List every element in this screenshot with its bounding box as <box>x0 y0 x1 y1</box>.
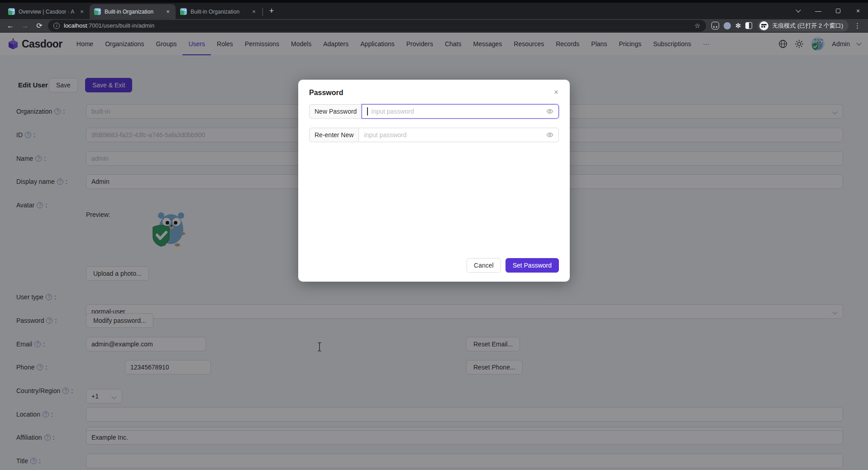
casdoor-cube-icon <box>7 38 19 50</box>
new-password-input[interactable] <box>372 108 543 115</box>
casdoor-logo[interactable]: Casdoor <box>7 38 62 50</box>
theme-sun-icon[interactable] <box>795 39 804 48</box>
affiliation-input[interactable] <box>86 430 843 445</box>
phone-label: Phone?: <box>16 360 47 374</box>
email-input[interactable] <box>86 337 206 351</box>
back-icon[interactable]: ← <box>5 20 16 32</box>
incognito-label: 无痕模式 (已打开 2 个窗口) <box>772 22 843 30</box>
menu-item-plans[interactable]: Plans <box>585 33 613 55</box>
modal-footer: Cancel Set Password <box>467 258 559 273</box>
tab-title: Built-in Organization <box>105 9 160 15</box>
menu-item-adapters[interactable]: Adapters <box>317 33 354 55</box>
organization-label: Organization?: <box>16 104 65 119</box>
phone-input[interactable] <box>125 360 211 374</box>
help-icon: ? <box>57 178 63 185</box>
name-label: Name?: <box>16 151 46 166</box>
tab-overview[interactable]: Overview | Casdoor · An Open × <box>4 4 90 19</box>
close-window-button[interactable]: × <box>848 4 868 18</box>
menu-item-resources[interactable]: Resources <box>508 33 550 55</box>
tab-divider <box>262 8 263 16</box>
casdoor-favicon-icon <box>180 8 187 15</box>
tab-title: Built-in Organization <box>191 9 246 15</box>
tab-close-icon[interactable]: × <box>250 8 258 16</box>
chevron-down-icon[interactable] <box>856 40 861 45</box>
incognito-profile-chip[interactable]: 无痕模式 (已打开 2 个窗口) <box>758 20 849 32</box>
admin-menu-label[interactable]: Admin <box>832 40 850 48</box>
app-navbar: Casdoor Home Organizations Groups Users … <box>0 33 868 55</box>
tab-title: Overview | Casdoor · An Open <box>19 9 74 15</box>
address-bar[interactable]: i localhost:7001/users/built-in/admin ☆ <box>48 20 706 32</box>
tab-close-icon[interactable]: × <box>78 8 86 16</box>
reload-icon[interactable]: ⟳ <box>33 20 45 32</box>
save-exit-button[interactable]: Save & Exit <box>85 78 132 92</box>
user-avatar[interactable] <box>811 37 825 51</box>
forward-icon[interactable]: → <box>19 20 31 32</box>
brand-name: Casdoor <box>22 38 62 50</box>
sidebar-icon[interactable] <box>745 22 752 29</box>
menu-item-roles[interactable]: Roles <box>211 33 239 55</box>
text-cursor <box>317 342 322 352</box>
tab-built-in-org-1[interactable]: Built-in Organization × <box>90 4 176 19</box>
tab-close-icon[interactable]: × <box>164 8 172 16</box>
country-select[interactable]: Please select country/region <box>86 427 843 441</box>
menu-item-messages[interactable]: Messages <box>467 33 508 55</box>
menu-item-permissions[interactable]: Permissions <box>239 33 285 55</box>
tab-search-icon[interactable] <box>788 4 808 18</box>
menu-item-organizations[interactable]: Organizations <box>99 33 150 55</box>
upload-photo-button[interactable]: Upload a photo... <box>86 266 149 281</box>
help-icon: ? <box>35 155 42 162</box>
location-input[interactable] <box>86 407 843 422</box>
menu-item-records[interactable]: Records <box>550 33 585 55</box>
set-password-button[interactable]: Set Password <box>506 258 559 273</box>
reset-email-button[interactable]: Reset Email... <box>466 337 520 351</box>
language-globe-icon[interactable] <box>778 39 787 48</box>
menu-item-pricings[interactable]: Pricings <box>613 33 647 55</box>
navbar-right: Admin <box>778 37 861 51</box>
menu-overflow-icon[interactable]: ··· <box>697 33 715 55</box>
new-tab-button[interactable]: + <box>266 5 277 17</box>
eye-icon[interactable] <box>546 108 553 115</box>
menu-item-groups[interactable]: Groups <box>150 33 183 55</box>
menu-item-users[interactable]: Users <box>182 33 211 55</box>
reenter-password-input[interactable] <box>364 131 543 139</box>
help-icon: ? <box>62 388 69 394</box>
display-name-label: Display name?: <box>16 174 67 189</box>
extension-icons: ✻ <box>709 22 755 30</box>
menu-item-home[interactable]: Home <box>71 33 99 55</box>
site-info-icon[interactable]: i <box>53 23 60 29</box>
page-title: Edit User <box>18 78 48 92</box>
menu-item-subscriptions[interactable]: Subscriptions <box>647 33 697 55</box>
new-password-row: New Password <box>309 104 559 119</box>
help-icon: ? <box>37 202 43 208</box>
minimize-button[interactable]: — <box>808 4 828 18</box>
avatar-label: Avatar?: <box>16 198 47 212</box>
menu-item-applications[interactable]: Applications <box>354 33 401 55</box>
menu-item-chats[interactable]: Chats <box>439 33 467 55</box>
eye-icon[interactable] <box>546 131 553 139</box>
modify-password-button[interactable]: Modify password... <box>86 313 153 328</box>
user-type-select[interactable]: normal-user <box>86 304 843 319</box>
reenter-password-field[interactable] <box>358 128 559 142</box>
new-password-field[interactable] <box>362 104 559 119</box>
extensions-puzzle-icon[interactable]: ✻ <box>735 22 741 30</box>
gopher-avatar-icon <box>149 208 188 247</box>
save-button[interactable]: Save <box>49 78 78 92</box>
help-icon: ? <box>30 458 37 464</box>
extension-icon[interactable] <box>724 22 731 29</box>
extension-icon[interactable] <box>711 22 719 29</box>
phone-country-select[interactable]: +1 <box>86 389 122 403</box>
modal-close-icon[interactable]: × <box>551 87 562 98</box>
browser-toolbar: ← → ⟳ i localhost:7001/users/built-in/ad… <box>0 19 868 33</box>
password-modal: Password × New Password Re-enter New Can… <box>298 80 570 282</box>
avatar-image <box>149 208 188 247</box>
reenter-password-row: Re-enter New <box>309 128 559 142</box>
reset-phone-button[interactable]: Reset Phone... <box>466 360 523 374</box>
cancel-button[interactable]: Cancel <box>467 258 501 273</box>
menu-item-providers[interactable]: Providers <box>401 33 439 55</box>
restore-button[interactable] <box>828 4 848 18</box>
title-input[interactable] <box>86 454 843 468</box>
menu-item-models[interactable]: Models <box>285 33 317 55</box>
browser-menu-icon[interactable]: ⋮ <box>851 22 863 30</box>
bookmark-star-icon[interactable]: ☆ <box>694 22 700 30</box>
tab-built-in-org-2[interactable]: Built-in Organization × <box>176 4 262 19</box>
